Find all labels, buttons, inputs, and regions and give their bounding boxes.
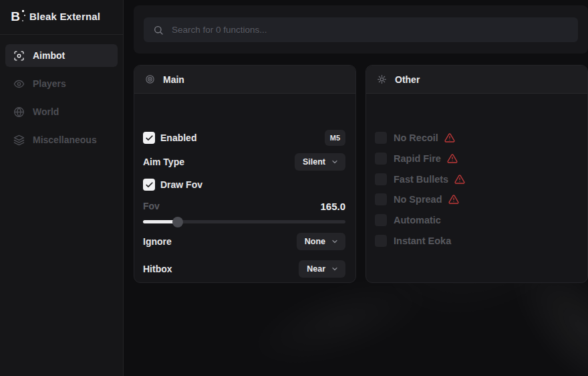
hitbox-label: Hitbox (143, 264, 172, 274)
fast-bullets-label: Fast Bullets (394, 174, 448, 185)
panel-title: Main (163, 74, 184, 85)
glitch-b-logo-icon: B (8, 9, 23, 23)
ignore-value: None (305, 237, 325, 246)
other-panel-body: No Recoil Rapid Fire Fast Bullets (366, 94, 587, 283)
aim-type-row: Aim Type Silent (143, 153, 345, 171)
automatic-label: Automatic (394, 215, 441, 225)
logo-letter: B (11, 10, 20, 23)
sidebar-item-miscellaneous[interactable]: Miscellaneous (5, 128, 118, 151)
enabled-row: Enabled M5 (143, 130, 345, 146)
draw-fov-row: Draw Fov (143, 178, 345, 191)
automatic-checkbox[interactable] (375, 214, 387, 226)
warning-triangle-icon (454, 174, 465, 185)
keybind-badge[interactable]: M5 (325, 130, 345, 146)
draw-fov-label: Draw Fov (160, 179, 202, 190)
ignore-label: Ignore (143, 236, 172, 247)
main-panel: Main Enabled M5 Aim Type Silent Draw (134, 65, 356, 283)
aim-type-label: Aim Type (143, 157, 184, 167)
other-panel: Other No Recoil Rapid Fire (365, 65, 588, 283)
globe-icon (13, 106, 25, 118)
panel-title: Other (395, 74, 420, 85)
fast-bullets-checkbox[interactable] (375, 173, 387, 185)
other-row-rapid-fire: Rapid Fire (375, 153, 458, 165)
chevron-down-icon (331, 265, 339, 273)
draw-fov-checkbox[interactable] (143, 179, 155, 191)
main-panel-body: Enabled M5 Aim Type Silent Draw Fov Fov … (134, 94, 355, 283)
slider-thumb[interactable] (172, 217, 183, 227)
chevron-down-icon (331, 238, 339, 246)
rapid-fire-checkbox[interactable] (375, 153, 387, 165)
ignore-dropdown[interactable]: None (297, 233, 345, 250)
hitbox-dropdown[interactable]: Near (299, 260, 345, 278)
warning-triangle-icon (444, 132, 455, 143)
no-recoil-label: No Recoil (394, 132, 438, 143)
chevron-down-icon (331, 158, 339, 166)
hitbox-row: Hitbox Near (143, 260, 345, 278)
no-spread-checkbox[interactable] (375, 193, 387, 205)
fov-label: Fov (143, 201, 160, 211)
main-panel-header: Main (134, 66, 355, 94)
sidebar-item-players[interactable]: Players (5, 72, 118, 95)
instant-eoka-label: Instant Eoka (394, 236, 451, 246)
fov-row: Fov 165.0 (143, 199, 345, 213)
sidebar-item-aimbot[interactable]: Aimbot (5, 44, 118, 67)
warning-triangle-icon (447, 153, 458, 164)
other-row-fast-bullets: Fast Bullets (375, 173, 465, 185)
no-spread-label: No Spread (394, 194, 442, 205)
sidebar-nav: Aimbot Players World (0, 35, 123, 151)
warning-triangle-icon (448, 194, 459, 205)
aim-type-value: Silent (303, 157, 325, 167)
ignore-row: Ignore None (143, 233, 345, 250)
other-row-automatic: Automatic (375, 214, 441, 226)
gear-icon (377, 74, 387, 84)
fov-slider[interactable] (143, 216, 345, 227)
rapid-fire-label: Rapid Fire (394, 153, 441, 164)
search-box[interactable] (144, 17, 578, 42)
brand: B Bleak External (0, 0, 123, 31)
crosshair-focus-icon (13, 50, 25, 62)
search-input[interactable] (172, 25, 569, 35)
top-search-panel (134, 5, 588, 54)
sidebar-item-label: Aimbot (33, 50, 65, 61)
slider-fill (143, 220, 178, 223)
sidebar-item-label: Players (33, 78, 66, 89)
target-icon (145, 74, 155, 84)
check-icon (145, 134, 154, 143)
sidebar-item-label: Miscellaneous (33, 134, 97, 145)
aim-type-dropdown[interactable]: Silent (295, 153, 345, 171)
other-row-instant-eoka: Instant Eoka (375, 235, 451, 247)
instant-eoka-checkbox[interactable] (375, 235, 387, 247)
no-recoil-checkbox[interactable] (375, 132, 387, 144)
app-title: Bleak External (29, 11, 100, 22)
other-row-no-recoil: No Recoil (375, 132, 455, 144)
check-icon (145, 181, 154, 189)
eye-icon (13, 78, 25, 90)
other-row-no-spread: No Spread (375, 193, 459, 205)
enabled-label: Enabled (160, 132, 196, 143)
layers-icon (13, 134, 25, 146)
other-panel-header: Other (366, 66, 587, 94)
sidebar-item-label: World (33, 106, 59, 117)
fov-value: 165.0 (320, 201, 345, 212)
hitbox-value: Near (307, 264, 325, 274)
sidebar-item-world[interactable]: World (5, 100, 118, 123)
sidebar: B Bleak External Aimbot P (0, 0, 124, 376)
enabled-checkbox[interactable] (143, 132, 155, 144)
search-icon (153, 25, 164, 35)
